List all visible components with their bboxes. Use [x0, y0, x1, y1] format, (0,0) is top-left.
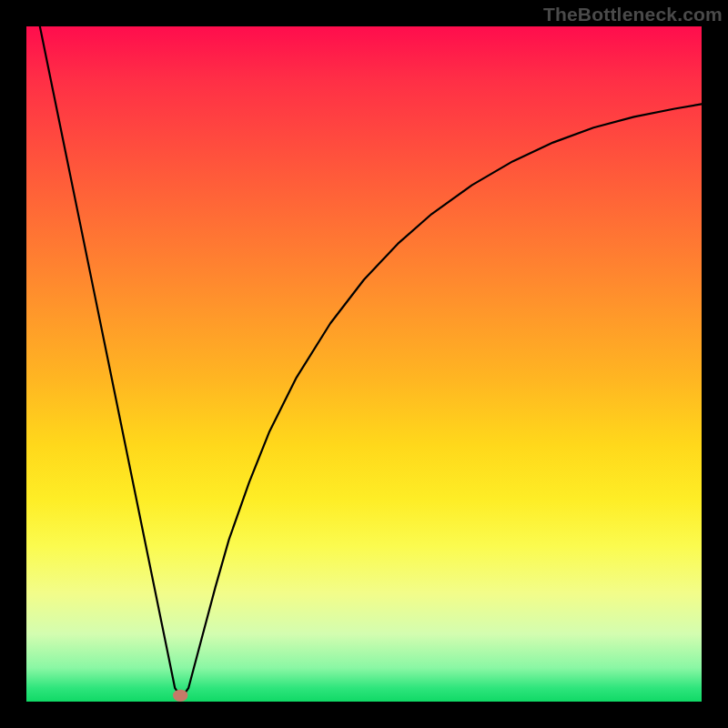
plot-svg	[26, 26, 702, 702]
marker-min-point	[173, 690, 187, 702]
watermark-text: TheBottleneck.com	[543, 4, 723, 25]
series-curve	[40, 26, 702, 698]
plot-area	[26, 26, 702, 702]
chart-frame: TheBottleneck.com	[0, 0, 728, 728]
